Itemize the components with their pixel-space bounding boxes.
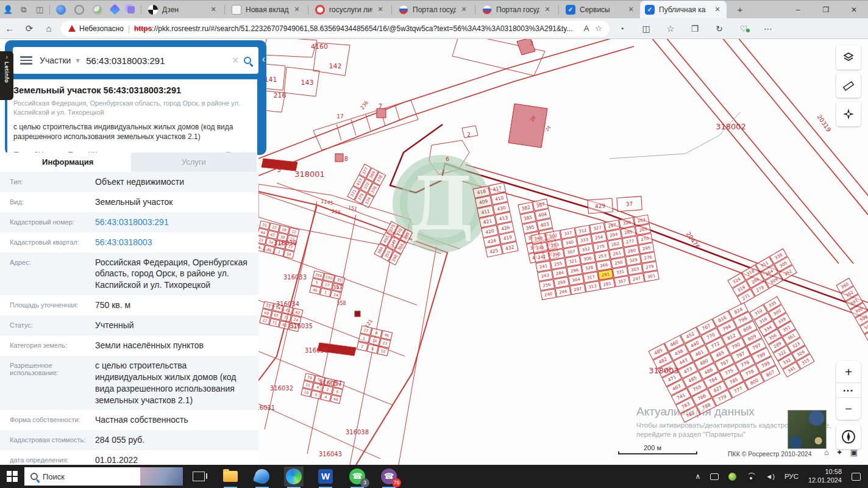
close-tab-icon[interactable]: ✕ <box>543 5 552 13</box>
home-icon[interactable]: ⌂ <box>39 23 59 34</box>
collapse-panel-icon[interactable]: ‹ <box>262 54 265 65</box>
hidden-icons-chevron[interactable]: ∧ <box>695 472 701 481</box>
word-app[interactable]: W <box>316 467 335 486</box>
map-label: 2 <box>467 132 471 138</box>
tab-servisy[interactable]: ✓ Сервисы ✕ <box>561 1 640 19</box>
whatsapp-app[interactable]: ☎ 3 <box>347 467 367 486</box>
basemap-icon[interactable]: ▣ <box>850 448 858 457</box>
menu-icon[interactable] <box>20 54 32 66</box>
taskbar-search[interactable]: Поиск <box>24 467 183 486</box>
row-label: Адрес: <box>10 257 95 292</box>
home-map-icon[interactable]: ⌂ <box>824 448 829 457</box>
cadastral-map[interactable]: Актуализация данных Чтобы активировать/д… <box>258 39 868 465</box>
globe-icon[interactable] <box>56 5 66 15</box>
antivirus-icon[interactable] <box>728 473 736 481</box>
gem-icon[interactable] <box>109 4 120 15</box>
search-category[interactable]: Участки <box>40 56 71 65</box>
tab-portal-1[interactable]: Портал госуда ✕ <box>394 1 473 19</box>
zoom-in-button[interactable]: + <box>836 361 861 383</box>
map-footer-icons: ⌂ ✦ ▣ <box>824 448 858 457</box>
measure-button[interactable] <box>836 73 861 98</box>
refresh-icon[interactable]: ⟳ <box>20 23 39 34</box>
zen-icon <box>148 5 158 15</box>
clear-search-icon[interactable]: ✕ <box>232 56 239 65</box>
map-label: 316037 <box>319 380 342 387</box>
start-button[interactable] <box>0 465 24 488</box>
language-indicator[interactable]: РУС <box>784 473 799 480</box>
close-tab-icon[interactable]: ✕ <box>293 5 301 13</box>
close-tab-icon[interactable]: ✕ <box>209 5 218 13</box>
table-row: Площадь уточненная: 750 кв. м <box>0 295 258 315</box>
cadastral-number-link[interactable]: 56:43:0318003:291 <box>95 217 258 228</box>
notification-center-icon[interactable] <box>852 473 861 481</box>
tab-new-tab[interactable]: Новая вкладк ✕ <box>227 1 306 19</box>
map-label: 1145 <box>321 198 334 206</box>
overview-minimap[interactable] <box>788 410 827 449</box>
wifi-icon[interactable] <box>746 473 756 480</box>
locate-button[interactable] <box>836 102 861 126</box>
center-map-icon[interactable]: ✦ <box>836 448 843 457</box>
tab-portal-2[interactable]: Портал госуда ✕ <box>477 1 557 19</box>
restore-button[interactable]: ❐ <box>812 1 840 19</box>
workspaces-icon[interactable]: ⧉ <box>16 5 32 15</box>
task-view-icon[interactable] <box>193 472 205 481</box>
tab-actions-icon[interactable]: ◫ <box>32 5 48 14</box>
ring-icon[interactable] <box>74 5 84 15</box>
tab-gosuslugi[interactable]: госуслуги лич ✕ <box>310 1 390 19</box>
close-button[interactable]: ✕ <box>840 1 868 19</box>
compass-button[interactable] <box>836 425 861 449</box>
favorite-star-icon[interactable]: ☆ <box>595 24 602 33</box>
file-explorer-app[interactable] <box>221 467 240 486</box>
map-label: 6 <box>446 156 449 162</box>
back-icon[interactable]: ← <box>0 23 20 34</box>
search-input[interactable] <box>86 56 227 66</box>
row-label: Вид: <box>10 196 95 208</box>
scale-bar: 200 м <box>618 444 697 454</box>
tab-pkk-active[interactable]: ✓ Публичная ка ✕ <box>640 1 727 19</box>
close-tab-icon[interactable]: ✕ <box>713 5 722 13</box>
letinfo-side-tab[interactable]: › Letinfo <box>0 51 13 100</box>
photos-app[interactable] <box>252 467 272 486</box>
read-aloud-icon[interactable]: A <box>584 24 589 33</box>
parcel-layer: 3714233773793723693743763783644013753553… <box>258 40 868 458</box>
close-tab-icon[interactable]: ✕ <box>460 5 468 13</box>
copilot-icon[interactable]: ◔ <box>610 24 634 34</box>
split-screen-icon[interactable]: ◫ <box>634 24 658 34</box>
search-icon[interactable] <box>244 57 251 64</box>
clock[interactable]: 10:58 12.01.2024 <box>808 468 842 485</box>
squares-icon[interactable] <box>127 6 135 13</box>
table-row: Разрешенное использование: с целью строи… <box>0 356 258 411</box>
close-tab-icon[interactable]: ✕ <box>376 5 385 13</box>
viber-app[interactable]: ☎ 76 <box>379 467 399 486</box>
browser-essentials-icon[interactable]: ♡ <box>731 24 756 34</box>
tab-services[interactable]: Услуги <box>131 152 257 172</box>
divider <box>475 5 475 15</box>
close-tab-icon[interactable]: ✕ <box>627 5 635 13</box>
tab-information[interactable]: Информация <box>5 152 131 172</box>
minimize-button[interactable]: – <box>784 1 812 19</box>
favorites-icon[interactable]: ☆ <box>658 24 683 34</box>
cycle-icon[interactable] <box>93 5 102 15</box>
row-value: Российская Федерация, Оренбургская облас… <box>95 257 258 292</box>
volume-icon[interactable]: ◄) <box>766 473 775 480</box>
tab-dzen[interactable]: Дзен ✕ <box>143 1 222 19</box>
new-tab-button[interactable]: + <box>733 4 747 15</box>
row-value: Учтенный <box>95 320 258 331</box>
cadastral-quarter-link[interactable]: 56:43:0318003 <box>95 237 258 248</box>
more-icon[interactable]: ⋯ <box>756 24 780 34</box>
address-bar[interactable]: Небезопасно | https ://pkk.rosreestr.ru/… <box>61 21 610 37</box>
edge-app[interactable] <box>284 467 304 486</box>
zoom-out-button[interactable]: − <box>836 398 861 420</box>
profile-icon[interactable]: 👤 <box>0 5 16 14</box>
table-row: Вид: Земельный участок <box>0 192 258 212</box>
brush-icon <box>253 467 272 486</box>
collections-icon[interactable]: ❐ <box>683 24 707 34</box>
row-label: Статус: <box>10 320 95 331</box>
display-icon[interactable] <box>710 473 719 480</box>
map-canvas[interactable]: Д 37142337737937236937437637836440137535… <box>258 39 868 465</box>
history-icon[interactable]: ↻ <box>707 24 731 34</box>
zoom-more-button[interactable]: ••• <box>836 383 861 398</box>
chevron-down-icon[interactable]: ▼ <box>74 57 81 64</box>
https-struck: https <box>134 24 152 33</box>
layers-button[interactable] <box>836 45 861 70</box>
